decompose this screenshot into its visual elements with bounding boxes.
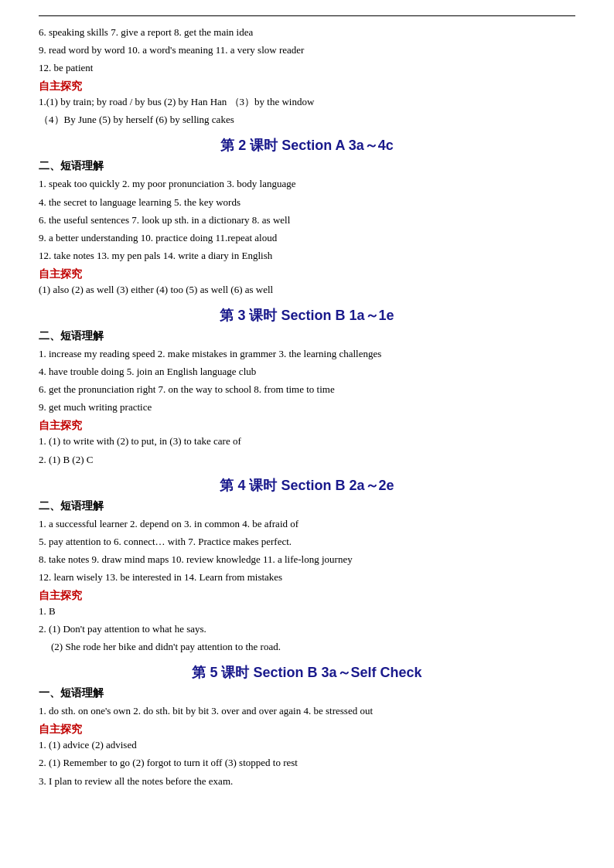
section2-phrase-4: 9. a better understanding 10. practice d… — [39, 230, 575, 247]
zizhu4-line-1: 1. B — [39, 603, 575, 620]
zizhu5-line-3: 3. I plan to review all the notes before… — [39, 773, 575, 790]
section2-phrase-3: 6. the useful sentences 7. look up sth. … — [39, 212, 575, 229]
section3-phrase-1: 1. increase my reading speed 2. make mis… — [39, 345, 575, 363]
zizhu5-line-1: 1. (1) advice (2) advised — [39, 737, 575, 754]
section3-phrase-3: 6. get the pronunciation right 7. on the… — [39, 381, 575, 398]
intro-section: 6. speaking skills 7. give a report 8. g… — [39, 24, 575, 77]
zizhu3-line-2: 2. (1) B (2) C — [39, 451, 575, 468]
zizhu2-line-1: (1) also (2) as well (3) either (4) too … — [39, 281, 575, 298]
section2-phrase-1: 1. speak too quickly 2. my poor pronunci… — [39, 175, 575, 192]
zizhu5-line-2: 2. (1) Remember to go (2) forgot to turn… — [39, 754, 575, 771]
section5-phrase-1: 1. do sth. on one's own 2. do sth. bit b… — [39, 703, 575, 720]
section3-content: 二、短语理解 1. increase my reading speed 2. m… — [39, 329, 575, 416]
section4-phrase-2: 5. pay attention to 6. connect… with 7. … — [39, 533, 575, 550]
zizhu5-label: 自主探究 — [39, 723, 82, 735]
section2-sub: 二、短语理解 — [39, 159, 575, 173]
zizhu1-line-1: 1.(1) by train; by road / by bus (2) by … — [39, 94, 575, 111]
section5-header: 第 5 课时 Section B 3a～Self Check — [39, 663, 575, 682]
zizhu2-label: 自主探究 — [39, 268, 82, 280]
section3-sub: 二、短语理解 — [39, 329, 575, 343]
zizhu1-line-2: （4）By June (5) by herself (6) by selling… — [39, 111, 575, 128]
zizhu2-section: 自主探究 (1) also (2) as well (3) either (4)… — [39, 267, 575, 298]
section2-phrase-2: 4. the secret to language learning 5. th… — [39, 194, 575, 211]
section4-header: 第 4 课时 Section B 2a～2e — [39, 476, 575, 495]
section4-phrase-1: 1. a successful learner 2. depend on 3. … — [39, 516, 575, 533]
section2-phrase-5: 12. take notes 13. my pen pals 14. write… — [39, 247, 575, 264]
intro-line-1: 6. speaking skills 7. give a report 8. g… — [39, 24, 575, 41]
zizhu3-section: 自主探究 1. (1) to write with (2) to put, in… — [39, 419, 575, 468]
section5-content: 一、短语理解 1. do sth. on one's own 2. do sth… — [39, 686, 575, 720]
zizhu4-line-2: 2. (1) Don't pay attention to what he sa… — [39, 621, 575, 638]
section3-phrase-2: 4. have trouble doing 5. join an English… — [39, 363, 575, 380]
zizhu3-line-1: 1. (1) to write with (2) to put, in (3) … — [39, 433, 575, 450]
section2-content: 二、短语理解 1. speak too quickly 2. my poor p… — [39, 159, 575, 264]
intro-line-3: 12. be patient — [39, 60, 575, 77]
section4-content: 二、短语理解 1. a successful learner 2. depend… — [39, 499, 575, 586]
zizhu5-section: 自主探究 1. (1) advice (2) advised 2. (1) Re… — [39, 723, 575, 789]
section2-header: 第 2 课时 Section A 3a～4c — [39, 136, 575, 155]
zizhu1-section: 自主探究 1.(1) by train; by road / by bus (2… — [39, 80, 575, 128]
section4-sub: 二、短语理解 — [39, 499, 575, 513]
section4-phrase-4: 12. learn wisely 13. be interested in 14… — [39, 569, 575, 586]
zizhu3-label: 自主探究 — [39, 420, 82, 431]
zizhu1-label: 自主探究 — [39, 80, 82, 92]
section5-sub: 一、短语理解 — [39, 686, 575, 700]
section3-phrase-4: 9. get much writing practice — [39, 399, 575, 416]
zizhu4-line-3: (2) She rode her bike and didn't pay att… — [51, 638, 575, 655]
intro-line-2: 9. read word by word 10. a word's meanin… — [39, 42, 575, 59]
section4-phrase-3: 8. take notes 9. draw mind maps 10. revi… — [39, 551, 575, 568]
section3-header: 第 3 课时 Section B 1a～1e — [39, 306, 575, 325]
zizhu4-section: 自主探究 1. B 2. (1) Don't pay attention to … — [39, 589, 575, 655]
zizhu4-label: 自主探究 — [39, 590, 82, 601]
top-border — [39, 15, 575, 16]
